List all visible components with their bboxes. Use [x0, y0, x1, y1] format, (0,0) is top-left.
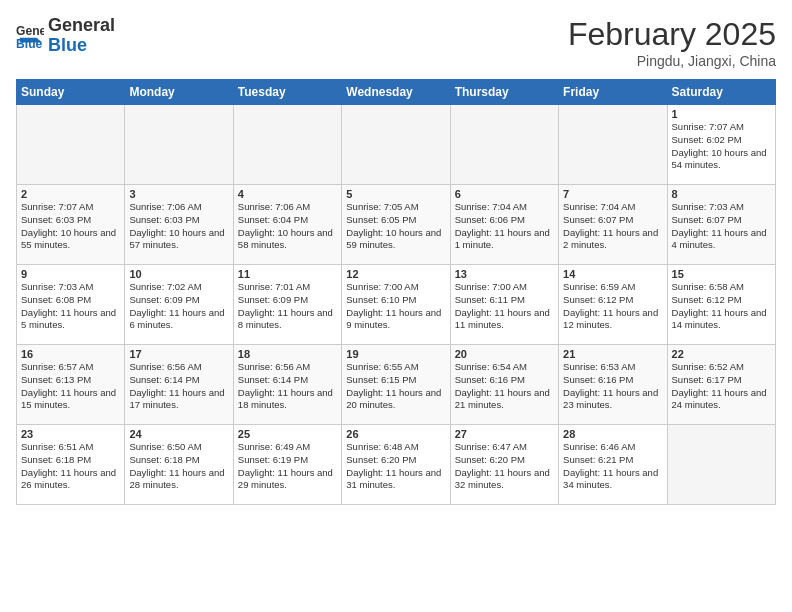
logo: General Blue General Blue: [16, 16, 115, 56]
table-row: 26Sunrise: 6:48 AM Sunset: 6:20 PM Dayli…: [342, 425, 450, 505]
day-info: Sunrise: 6:56 AM Sunset: 6:14 PM Dayligh…: [238, 361, 337, 412]
day-info: Sunrise: 7:03 AM Sunset: 6:08 PM Dayligh…: [21, 281, 120, 332]
table-row: 6Sunrise: 7:04 AM Sunset: 6:06 PM Daylig…: [450, 185, 558, 265]
day-number: 2: [21, 188, 120, 200]
day-info: Sunrise: 7:07 AM Sunset: 6:02 PM Dayligh…: [672, 121, 771, 172]
day-number: 7: [563, 188, 662, 200]
day-number: 14: [563, 268, 662, 280]
title-block: February 2025 Pingdu, Jiangxi, China: [568, 16, 776, 69]
day-info: Sunrise: 7:04 AM Sunset: 6:06 PM Dayligh…: [455, 201, 554, 252]
day-info: Sunrise: 6:46 AM Sunset: 6:21 PM Dayligh…: [563, 441, 662, 492]
day-number: 26: [346, 428, 445, 440]
table-row: 8Sunrise: 7:03 AM Sunset: 6:07 PM Daylig…: [667, 185, 775, 265]
day-number: 23: [21, 428, 120, 440]
day-info: Sunrise: 6:54 AM Sunset: 6:16 PM Dayligh…: [455, 361, 554, 412]
day-info: Sunrise: 6:47 AM Sunset: 6:20 PM Dayligh…: [455, 441, 554, 492]
day-number: 6: [455, 188, 554, 200]
day-info: Sunrise: 6:59 AM Sunset: 6:12 PM Dayligh…: [563, 281, 662, 332]
table-row: 11Sunrise: 7:01 AM Sunset: 6:09 PM Dayli…: [233, 265, 341, 345]
day-info: Sunrise: 6:52 AM Sunset: 6:17 PM Dayligh…: [672, 361, 771, 412]
table-row: 2Sunrise: 7:07 AM Sunset: 6:03 PM Daylig…: [17, 185, 125, 265]
table-row: 14Sunrise: 6:59 AM Sunset: 6:12 PM Dayli…: [559, 265, 667, 345]
table-row: 18Sunrise: 6:56 AM Sunset: 6:14 PM Dayli…: [233, 345, 341, 425]
location: Pingdu, Jiangxi, China: [568, 53, 776, 69]
day-number: 19: [346, 348, 445, 360]
day-info: Sunrise: 6:56 AM Sunset: 6:14 PM Dayligh…: [129, 361, 228, 412]
day-number: 10: [129, 268, 228, 280]
month-year: February 2025: [568, 16, 776, 53]
col-sunday: Sunday: [17, 80, 125, 105]
table-row: [17, 105, 125, 185]
day-number: 13: [455, 268, 554, 280]
day-info: Sunrise: 6:58 AM Sunset: 6:12 PM Dayligh…: [672, 281, 771, 332]
table-row: 15Sunrise: 6:58 AM Sunset: 6:12 PM Dayli…: [667, 265, 775, 345]
day-info: Sunrise: 7:01 AM Sunset: 6:09 PM Dayligh…: [238, 281, 337, 332]
table-row: 5Sunrise: 7:05 AM Sunset: 6:05 PM Daylig…: [342, 185, 450, 265]
day-info: Sunrise: 6:49 AM Sunset: 6:19 PM Dayligh…: [238, 441, 337, 492]
day-number: 18: [238, 348, 337, 360]
logo-icon: General Blue: [16, 22, 44, 50]
table-row: [125, 105, 233, 185]
day-info: Sunrise: 7:00 AM Sunset: 6:11 PM Dayligh…: [455, 281, 554, 332]
day-info: Sunrise: 7:06 AM Sunset: 6:04 PM Dayligh…: [238, 201, 337, 252]
calendar-week-row: 16Sunrise: 6:57 AM Sunset: 6:13 PM Dayli…: [17, 345, 776, 425]
table-row: 17Sunrise: 6:56 AM Sunset: 6:14 PM Dayli…: [125, 345, 233, 425]
day-number: 15: [672, 268, 771, 280]
table-row: [342, 105, 450, 185]
table-row: 16Sunrise: 6:57 AM Sunset: 6:13 PM Dayli…: [17, 345, 125, 425]
table-row: [559, 105, 667, 185]
calendar-week-row: 9Sunrise: 7:03 AM Sunset: 6:08 PM Daylig…: [17, 265, 776, 345]
day-number: 9: [21, 268, 120, 280]
col-monday: Monday: [125, 80, 233, 105]
day-info: Sunrise: 6:53 AM Sunset: 6:16 PM Dayligh…: [563, 361, 662, 412]
table-row: [233, 105, 341, 185]
table-row: 4Sunrise: 7:06 AM Sunset: 6:04 PM Daylig…: [233, 185, 341, 265]
day-number: 12: [346, 268, 445, 280]
table-row: 7Sunrise: 7:04 AM Sunset: 6:07 PM Daylig…: [559, 185, 667, 265]
day-number: 3: [129, 188, 228, 200]
day-number: 25: [238, 428, 337, 440]
day-info: Sunrise: 7:05 AM Sunset: 6:05 PM Dayligh…: [346, 201, 445, 252]
day-info: Sunrise: 7:07 AM Sunset: 6:03 PM Dayligh…: [21, 201, 120, 252]
calendar-week-row: 23Sunrise: 6:51 AM Sunset: 6:18 PM Dayli…: [17, 425, 776, 505]
col-tuesday: Tuesday: [233, 80, 341, 105]
day-number: 4: [238, 188, 337, 200]
col-saturday: Saturday: [667, 80, 775, 105]
day-number: 28: [563, 428, 662, 440]
day-number: 20: [455, 348, 554, 360]
col-wednesday: Wednesday: [342, 80, 450, 105]
calendar-table: Sunday Monday Tuesday Wednesday Thursday…: [16, 79, 776, 505]
day-number: 11: [238, 268, 337, 280]
day-number: 8: [672, 188, 771, 200]
col-thursday: Thursday: [450, 80, 558, 105]
table-row: 20Sunrise: 6:54 AM Sunset: 6:16 PM Dayli…: [450, 345, 558, 425]
day-number: 27: [455, 428, 554, 440]
table-row: 22Sunrise: 6:52 AM Sunset: 6:17 PM Dayli…: [667, 345, 775, 425]
day-info: Sunrise: 6:57 AM Sunset: 6:13 PM Dayligh…: [21, 361, 120, 412]
day-info: Sunrise: 7:03 AM Sunset: 6:07 PM Dayligh…: [672, 201, 771, 252]
day-number: 24: [129, 428, 228, 440]
table-row: 13Sunrise: 7:00 AM Sunset: 6:11 PM Dayli…: [450, 265, 558, 345]
table-row: 9Sunrise: 7:03 AM Sunset: 6:08 PM Daylig…: [17, 265, 125, 345]
table-row: 1Sunrise: 7:07 AM Sunset: 6:02 PM Daylig…: [667, 105, 775, 185]
page-header: General Blue General Blue February 2025 …: [16, 16, 776, 69]
day-info: Sunrise: 7:06 AM Sunset: 6:03 PM Dayligh…: [129, 201, 228, 252]
day-number: 22: [672, 348, 771, 360]
day-info: Sunrise: 6:51 AM Sunset: 6:18 PM Dayligh…: [21, 441, 120, 492]
table-row: [667, 425, 775, 505]
col-friday: Friday: [559, 80, 667, 105]
logo-text: General Blue: [48, 16, 115, 56]
day-info: Sunrise: 7:00 AM Sunset: 6:10 PM Dayligh…: [346, 281, 445, 332]
table-row: 19Sunrise: 6:55 AM Sunset: 6:15 PM Dayli…: [342, 345, 450, 425]
table-row: 28Sunrise: 6:46 AM Sunset: 6:21 PM Dayli…: [559, 425, 667, 505]
day-number: 1: [672, 108, 771, 120]
calendar-header-row: Sunday Monday Tuesday Wednesday Thursday…: [17, 80, 776, 105]
day-info: Sunrise: 7:04 AM Sunset: 6:07 PM Dayligh…: [563, 201, 662, 252]
calendar-week-row: 2Sunrise: 7:07 AM Sunset: 6:03 PM Daylig…: [17, 185, 776, 265]
day-number: 5: [346, 188, 445, 200]
table-row: [450, 105, 558, 185]
day-number: 21: [563, 348, 662, 360]
table-row: 3Sunrise: 7:06 AM Sunset: 6:03 PM Daylig…: [125, 185, 233, 265]
svg-text:General: General: [16, 24, 44, 38]
svg-text:Blue: Blue: [16, 37, 43, 50]
